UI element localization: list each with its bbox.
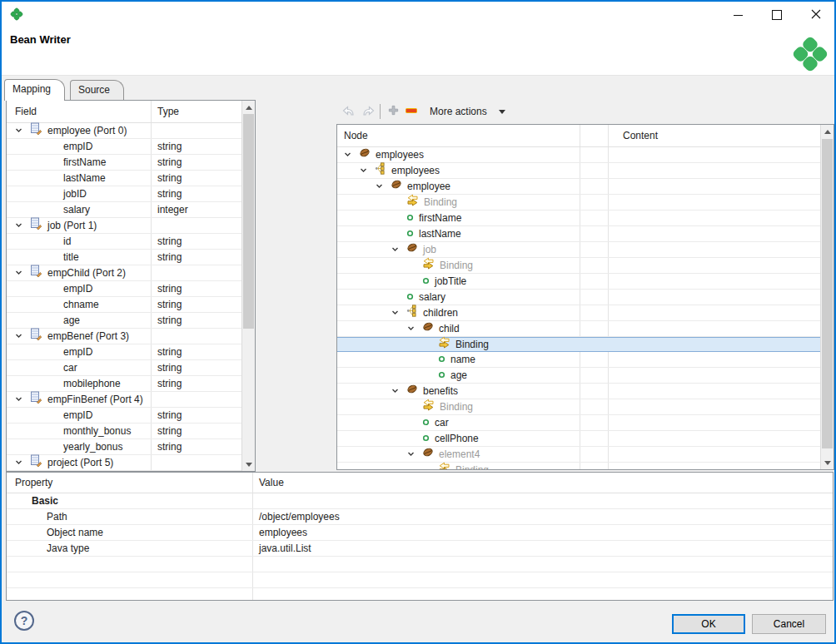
tree-row-employees[interactable]: employees: [337, 163, 823, 179]
property-row-object-name[interactable]: Object nameemployees: [7, 525, 833, 541]
tree-row-element4[interactable]: element4: [337, 447, 823, 463]
tree-row-car[interactable]: car: [337, 415, 823, 431]
port-row[interactable]: empBenef (Port 3): [7, 329, 243, 344]
field-row[interactable]: empIDstring: [7, 281, 243, 297]
chevron-down-icon[interactable]: [15, 265, 30, 280]
tab-mapping[interactable]: Mapping: [4, 79, 65, 101]
field-row[interactable]: empIDstring: [7, 344, 243, 360]
tree-row-employees[interactable]: employees: [337, 147, 823, 163]
bean-icon: [406, 242, 418, 257]
field-row[interactable]: titlestring: [7, 250, 243, 265]
scrollbar-thumb[interactable]: [243, 114, 254, 329]
remove-mapping-button[interactable]: [403, 102, 420, 121]
redo-button[interactable]: [359, 102, 377, 121]
chevron-down-icon[interactable]: [376, 179, 391, 194]
record-edit-icon: [30, 328, 43, 344]
field-row[interactable]: firstNamestring: [7, 155, 243, 171]
port-label: job (Port 1): [47, 218, 97, 233]
field-row[interactable]: lastNamestring: [7, 171, 243, 186]
property-icon: [406, 290, 414, 305]
chevron-down-icon[interactable]: [391, 384, 406, 399]
chevron-down-icon[interactable]: [15, 123, 30, 138]
titlebar: Bean Writer: [2, 2, 834, 75]
field-row[interactable]: carstring: [7, 360, 243, 376]
scroll-down-icon[interactable]: [242, 458, 255, 471]
port-row[interactable]: empFinBenef (Port 4): [7, 392, 243, 408]
cancel-button[interactable]: Cancel: [752, 614, 826, 634]
chevron-down-icon[interactable]: [15, 392, 30, 407]
tree-row-binding[interactable]: Binding: [337, 399, 823, 415]
maximize-button[interactable]: [763, 4, 791, 26]
field-row[interactable]: jobIDstring: [7, 186, 243, 202]
field-row[interactable]: empIDstring: [7, 139, 243, 155]
property-row-java-type[interactable]: Java typejava.util.List: [7, 541, 833, 557]
add-icon: [387, 104, 400, 119]
more-actions-button[interactable]: More actions: [425, 102, 510, 121]
minimize-button[interactable]: [724, 4, 752, 26]
chevron-down-icon[interactable]: [15, 218, 30, 233]
port-row[interactable]: project (Port 5): [7, 455, 243, 471]
chevron-down-icon[interactable]: [344, 147, 359, 162]
tree-row-jobtitle[interactable]: jobTitle: [337, 274, 823, 290]
tree-row-binding[interactable]: Binding: [337, 337, 823, 352]
field-row[interactable]: yearly_bonusstring: [7, 439, 243, 455]
field-row[interactable]: idstring: [7, 234, 243, 250]
port-row[interactable]: employee (Port 0): [7, 123, 243, 139]
scroll-up-icon[interactable]: [242, 101, 255, 114]
close-button[interactable]: [802, 4, 830, 26]
help-button[interactable]: ?: [14, 611, 34, 631]
tab-source[interactable]: Source: [70, 80, 124, 100]
property-row-empty[interactable]: [7, 588, 833, 601]
port-row[interactable]: job (Port 1): [7, 218, 243, 234]
add-mapping-button[interactable]: [385, 102, 401, 121]
scroll-up-icon[interactable]: [821, 125, 834, 138]
field-name: salary: [63, 202, 90, 217]
field-type: string: [157, 234, 182, 249]
tree-row-benefits[interactable]: benefits: [337, 384, 823, 399]
tree-row-employee[interactable]: employee: [337, 179, 823, 195]
chevron-down-icon[interactable]: [407, 321, 422, 336]
scrollbar-thumb[interactable]: [822, 139, 833, 448]
port-row[interactable]: empChild (Port 2): [7, 265, 243, 281]
field-name: empID: [63, 408, 92, 423]
field-type: string: [157, 439, 182, 454]
tree-row-binding[interactable]: Binding: [337, 258, 823, 274]
chevron-down-icon[interactable]: [391, 242, 406, 257]
property-row-path[interactable]: Path/object/employees: [7, 509, 833, 525]
bean-icon: [422, 447, 434, 462]
tree-row-age[interactable]: age: [337, 368, 823, 384]
scroll-down-icon[interactable]: [821, 456, 834, 469]
field-row[interactable]: mobilephonestring: [7, 376, 243, 392]
record-edit-icon: [30, 122, 43, 139]
tree-row-cellphone[interactable]: cellPhone: [337, 431, 823, 447]
tab-label: Mapping: [12, 83, 51, 95]
tree-row-child[interactable]: child: [337, 321, 823, 337]
field-row[interactable]: agestring: [7, 313, 243, 329]
property-row-empty[interactable]: [7, 557, 833, 572]
tree-row-binding[interactable]: Binding: [337, 195, 823, 211]
tree-row-salary[interactable]: salary: [337, 290, 823, 305]
tree-row-lastname[interactable]: lastName: [337, 226, 823, 242]
chevron-down-icon[interactable]: [391, 305, 406, 320]
binding-icon: [438, 462, 450, 470]
tree-row-job[interactable]: job: [337, 242, 823, 258]
tree-row-firstname[interactable]: firstName: [337, 211, 823, 226]
chevron-down-icon[interactable]: [360, 163, 375, 178]
field-table-scrollbar[interactable]: [241, 101, 255, 471]
chevron-down-icon[interactable]: [407, 447, 422, 462]
field-row[interactable]: empIDstring: [7, 408, 243, 424]
field-row[interactable]: chnamestring: [7, 297, 243, 313]
tree-row-name[interactable]: name: [337, 352, 823, 368]
chevron-down-icon[interactable]: [15, 329, 30, 344]
field-row[interactable]: monthly_bonusstring: [7, 424, 243, 439]
ok-button[interactable]: OK: [672, 614, 745, 634]
tree-row-children[interactable]: children: [337, 305, 823, 321]
tree-row-binding[interactable]: Binding: [337, 463, 823, 470]
property-row-basic[interactable]: Basic: [7, 493, 833, 509]
property-row-empty[interactable]: [7, 572, 833, 588]
field-name: age: [63, 313, 80, 328]
field-row[interactable]: salaryinteger: [7, 202, 243, 218]
undo-button[interactable]: [340, 102, 358, 121]
chevron-down-icon[interactable]: [15, 455, 30, 470]
node-table-scrollbar[interactable]: [820, 125, 834, 469]
